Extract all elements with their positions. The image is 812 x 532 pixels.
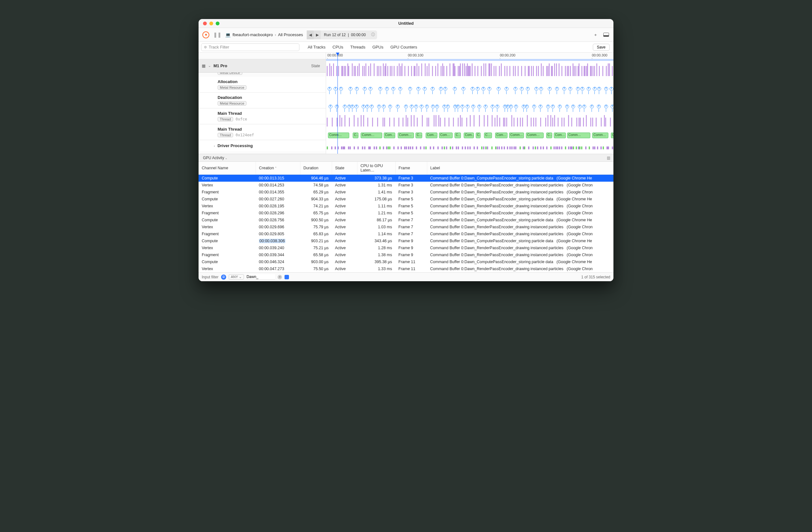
panel-toggle-button[interactable]	[603, 31, 610, 38]
driver-processing-row[interactable]: › Driver Processing	[199, 140, 326, 151]
table-row[interactable]: Fragment00:00.039.34465.58 µsActive1.38 …	[199, 251, 613, 258]
command-block[interactable]: C…	[353, 133, 359, 138]
table-row[interactable]: Compute00:00.038.306903.21 µsActive343.4…	[199, 237, 613, 245]
dealloc-marker-icon	[382, 105, 386, 108]
command-block[interactable]: Com…	[495, 133, 508, 138]
alloc-marker-icon	[576, 87, 580, 91]
dealloc-marker-icon	[425, 105, 429, 108]
selection-status: 1 of 315 selected	[581, 275, 610, 279]
col-channel[interactable]: Channel Name	[199, 162, 256, 175]
info-icon[interactable]: ⓘ	[369, 30, 377, 39]
command-block[interactable]: Comm…	[611, 133, 613, 138]
prev-run-button[interactable]: ◀	[307, 30, 314, 39]
run-selector[interactable]: ◀ ▶ Run 12 of 12 | 00:00:00 ⓘ	[307, 30, 377, 39]
save-button[interactable]: Save	[593, 44, 610, 51]
command-block[interactable]: Comm…	[361, 133, 382, 138]
col-frame[interactable]: Frame	[395, 162, 427, 175]
track-filter-input[interactable]: ⊜ Track Filter	[201, 43, 300, 51]
command-block[interactable]: Com…	[426, 133, 437, 138]
command-block[interactable]: C…	[416, 133, 422, 138]
channel-row[interactable]: Deallocation Metal Resource	[199, 92, 326, 108]
col-latency[interactable]: CPU to GPU Laten…	[357, 162, 395, 175]
laptop-icon: 💻	[225, 32, 231, 38]
chevron-down-icon[interactable]: ⌄	[208, 64, 211, 68]
dealloc-marker-icon	[525, 105, 529, 108]
command-block[interactable]: Com…	[464, 133, 474, 138]
filter-text-input[interactable]	[246, 274, 275, 280]
alloc-marker-icon	[597, 87, 601, 91]
command-block[interactable]: Com…	[439, 133, 453, 138]
tab-cpus[interactable]: CPUs	[332, 45, 343, 49]
table-row[interactable]: Fragment00:00.028.29665.75 µsActive1.21 …	[199, 210, 613, 217]
dealloc-marker-icon	[343, 105, 347, 108]
table-row[interactable]: Compute00:00.027.260904.33 µsActive175.0…	[199, 196, 613, 203]
command-block[interactable]: C…	[484, 133, 492, 138]
filter-mode-any[interactable]: ANY ⌄	[229, 274, 244, 280]
table-row[interactable]: Vertex00:00.028.19574.21 µsActive1.11 ms…	[199, 203, 613, 210]
svg-rect-1	[604, 35, 609, 37]
activity-table: Channel Name Creation Duration State CPU…	[199, 162, 613, 272]
record-button[interactable]	[202, 31, 209, 38]
alloc-marker-icon	[562, 87, 566, 91]
timeline-canvas[interactable]: 00:00.000 00:00.100 00:00.200 00:00.300 …	[326, 53, 613, 154]
grid-icon: ▦	[202, 63, 205, 68]
time-ruler[interactable]: 00:00.000 00:00.100 00:00.200 00:00.300	[326, 53, 613, 59]
next-run-button[interactable]: ▶	[314, 30, 321, 39]
col-duration[interactable]: Duration	[300, 162, 332, 175]
table-row[interactable]: Vertex00:00.039.24075.21 µsActive1.28 ms…	[199, 245, 613, 251]
timeline: ▦ ⌄ M1 Pro State Metal Device Allocation…	[199, 53, 613, 154]
channel-row[interactable]: Main Thread Thread 0x124eef	[199, 124, 326, 140]
alloc-marker-icon	[398, 87, 402, 91]
add-button[interactable]: ＋	[592, 31, 599, 38]
command-block[interactable]: Comm…	[328, 133, 349, 138]
command-block[interactable]: C…	[454, 133, 461, 138]
clear-filter-icon[interactable]: ×	[277, 275, 282, 279]
table-row[interactable]: Vertex00:00.014.25374.58 µsActive1.31 ms…	[199, 182, 613, 189]
command-block[interactable]: Comm…	[567, 133, 590, 138]
table-row[interactable]: Compute00:00.046.324903.00 µsActive395.3…	[199, 258, 613, 265]
dealloc-marker-icon	[446, 105, 450, 108]
alloc-marker-icon	[497, 87, 501, 91]
channel-row[interactable]: Main Thread Thread 0xfce	[199, 108, 326, 124]
playhead[interactable]	[337, 53, 338, 154]
table-row[interactable]: Vertex00:00.029.69675.79 µsActive1.03 ms…	[199, 223, 613, 231]
table-row[interactable]: Fragment00:00.029.80565.83 µsActive1.14 …	[199, 231, 613, 237]
filter-token-icon[interactable]: ⦿	[221, 275, 226, 280]
filter-toggle-icon[interactable]	[285, 275, 289, 279]
tab-all-tracks[interactable]: All Tracks	[308, 45, 325, 49]
channel-row[interactable]: Allocation Metal Resource	[199, 77, 326, 92]
command-block[interactable]: Comm…	[526, 133, 543, 138]
pause-button[interactable]: ❚❚	[213, 32, 221, 38]
detail-selector[interactable]: GPU Activity	[202, 155, 229, 161]
alloc-marker-icon	[568, 87, 572, 91]
table-row[interactable]: Vertex00:00.047.27375.50 µsActive1.33 ms…	[199, 265, 613, 272]
alloc-marker-icon	[476, 87, 480, 91]
col-label[interactable]: Label	[427, 162, 613, 175]
dealloc-marker-icon	[472, 105, 475, 108]
tab-threads[interactable]: Threads	[350, 45, 365, 49]
dealloc-marker-icon	[509, 105, 513, 108]
table-row[interactable]: Fragment00:00.014.35565.29 µsActive1.41 …	[199, 189, 613, 196]
col-state[interactable]: State	[332, 162, 357, 175]
command-block[interactable]: Com…	[554, 133, 566, 138]
col-creation[interactable]: Creation	[256, 162, 300, 175]
state-label: State	[311, 64, 320, 68]
command-block[interactable]: C…	[546, 133, 552, 138]
command-block[interactable]: C…	[476, 133, 480, 138]
table-row[interactable]: Compute00:00.013.315904.46 µsActive373.3…	[199, 175, 613, 182]
alloc-marker-icon	[423, 87, 426, 91]
alloc-marker-icon	[453, 87, 457, 91]
table-row[interactable]: Compute00:00.028.756900.50 µsActive86.17…	[199, 217, 613, 223]
input-filter-label: Input filter	[202, 275, 219, 279]
command-block[interactable]: Comm…	[509, 133, 524, 138]
command-block[interactable]: Comm…	[592, 133, 608, 138]
tab-gpu-counters[interactable]: GPU Counters	[390, 45, 417, 49]
command-block[interactable]: Com…	[384, 133, 395, 138]
tab-gpus[interactable]: GPUs	[372, 45, 383, 49]
command-block[interactable]: Comm…	[398, 133, 414, 138]
breadcrumb[interactable]: 💻 fbeaufort-macbookpro › All Processes	[225, 32, 303, 38]
alloc-marker-icon	[471, 87, 475, 91]
detail-config-icon[interactable]: ▥	[607, 156, 610, 160]
device-row[interactable]: ▦ ⌄ M1 Pro State	[199, 59, 326, 73]
dealloc-marker-icon	[532, 105, 536, 108]
